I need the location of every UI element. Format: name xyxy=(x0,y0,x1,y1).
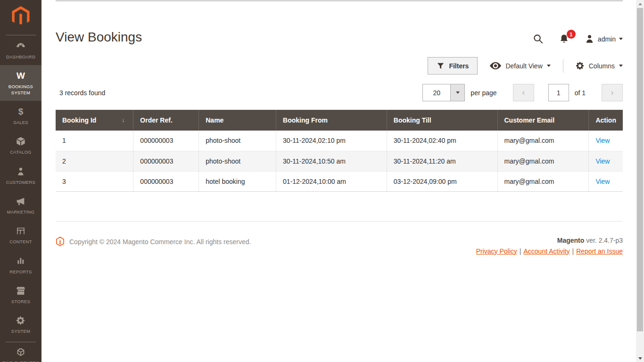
sidebar-item-label: BOOKINGS SYSTEM xyxy=(1,84,40,96)
sidebar-item-bookings-system[interactable]: W BOOKINGS SYSTEM xyxy=(0,65,41,101)
page-total: of 1 xyxy=(575,89,586,97)
bookings-table: Booking Id ↓ Order Ref. Name Booking Fro… xyxy=(56,110,623,192)
cell-booking-from: 01-12-2024,10:00 am xyxy=(276,171,387,191)
cell-booking-till: 03-12-2024,09:00 pm xyxy=(387,171,497,191)
admin-menu[interactable]: admin xyxy=(585,34,623,44)
sort-descending-icon: ↓ xyxy=(122,117,124,123)
report-issue-link[interactable]: Report an Issue xyxy=(576,247,623,255)
previous-page-button[interactable]: ‹ xyxy=(513,84,534,101)
per-page-select[interactable]: 20 xyxy=(422,84,465,101)
per-page-dropdown-button[interactable] xyxy=(450,84,464,101)
table-row: 2 000000003 photo-shoot 30-11-2024,10:50… xyxy=(56,151,623,171)
magento-footer-logo-icon xyxy=(56,237,65,247)
table-header-row: Booking Id ↓ Order Ref. Name Booking Fro… xyxy=(56,110,623,131)
column-header-action[interactable]: Action xyxy=(589,110,623,131)
cell-booking-from: 30-11-2024,02:10 pm xyxy=(276,131,387,151)
find-partners-icon xyxy=(16,347,26,357)
table-row: 1 000000003 photo-shoot 30-11-2024,02:10… xyxy=(56,131,623,151)
cell-booking-id: 1 xyxy=(56,131,133,151)
column-header-customer-email[interactable]: Customer Email xyxy=(497,110,589,131)
default-view-control[interactable]: Default View xyxy=(490,62,550,70)
search-icon[interactable] xyxy=(533,33,544,44)
sidebar-item-label: CONTENT xyxy=(9,239,32,245)
copyright-text: Copyright © 2024 Magento Commerce Inc. A… xyxy=(69,238,251,246)
sidebar-item-customers[interactable]: CUSTOMERS xyxy=(0,161,41,190)
cell-booking-from: 30-11-2024,10:50 am xyxy=(276,151,387,171)
scrollbar[interactable] xyxy=(636,0,644,362)
page-title: View Bookings xyxy=(56,30,142,45)
magento-logo[interactable] xyxy=(0,0,41,35)
chevron-down-icon xyxy=(619,65,623,67)
per-page-label: per page xyxy=(471,89,496,97)
gear-icon xyxy=(576,61,585,70)
sidebar-item-system[interactable]: SYSTEM xyxy=(0,310,41,339)
sidebar-item-find-partners[interactable]: FIND PARTNERS & EXTENSIONS xyxy=(0,342,41,362)
eye-icon xyxy=(490,62,501,70)
toolbar-divider xyxy=(563,59,563,73)
scrollbar-up-arrow[interactable] xyxy=(636,0,644,8)
system-icon xyxy=(16,315,25,326)
chevron-down-icon xyxy=(619,38,623,40)
sidebar-item-label: SALES xyxy=(13,120,28,125)
view-booking-link[interactable]: View xyxy=(595,157,610,165)
sidebar-item-sales[interactable]: $ SALES xyxy=(0,101,41,131)
user-icon xyxy=(585,34,594,44)
next-page-button[interactable]: › xyxy=(602,84,623,101)
filter-funnel-icon xyxy=(437,62,445,70)
view-booking-link[interactable]: View xyxy=(595,178,610,185)
column-header-order-ref[interactable]: Order Ref. xyxy=(133,110,199,131)
page-number-input[interactable] xyxy=(548,84,569,101)
notifications-bell-icon[interactable]: 1 xyxy=(559,33,570,44)
bookings-system-icon: W xyxy=(17,71,25,81)
marketing-icon xyxy=(16,196,26,206)
admin-username: admin xyxy=(598,35,616,43)
sidebar-item-label: CUSTOMERS xyxy=(6,180,35,185)
sidebar-item-stores[interactable]: STORES xyxy=(0,280,41,310)
account-activity-link[interactable]: Account Activity xyxy=(523,247,570,255)
link-separator: | xyxy=(520,247,521,255)
admin-footer: Copyright © 2024 Magento Commerce Inc. A… xyxy=(56,221,623,255)
column-header-booking-from[interactable]: Booking From xyxy=(276,110,387,131)
column-header-booking-id[interactable]: Booking Id ↓ xyxy=(56,110,133,131)
notification-badge: 1 xyxy=(567,30,576,39)
stores-icon xyxy=(16,286,26,296)
cell-booking-till: 30-11-2024,11:20 am xyxy=(387,151,497,171)
version-text: Magento ver. 2.4.7-p3 xyxy=(476,237,623,244)
sales-icon: $ xyxy=(18,107,24,117)
column-header-name[interactable]: Name xyxy=(199,110,276,131)
cell-customer-email: mary@gmal.com xyxy=(497,151,589,171)
content-icon xyxy=(16,226,25,236)
view-booking-link[interactable]: View xyxy=(595,137,610,144)
sidebar-item-marketing[interactable]: MARKETING xyxy=(0,190,41,220)
sidebar-item-label: DASHBOARD xyxy=(6,54,35,60)
column-header-booking-till[interactable]: Booking Till xyxy=(387,110,497,131)
sidebar-item-dashboard[interactable]: DASHBOARD xyxy=(0,35,41,65)
records-count: 3 records found xyxy=(56,89,105,97)
cell-name: photo-shoot xyxy=(199,151,276,171)
admin-sidebar: DASHBOARD W BOOKINGS SYSTEM $ SALES CATA… xyxy=(0,0,41,362)
columns-control[interactable]: Columns xyxy=(576,61,623,70)
customers-icon xyxy=(16,166,25,177)
scrollbar-thumb[interactable] xyxy=(637,8,643,331)
magento-logo-icon xyxy=(11,6,31,29)
cell-name: photo-shoot xyxy=(199,131,276,151)
filters-button[interactable]: Filters xyxy=(428,57,478,74)
chevron-down-icon xyxy=(547,65,551,67)
scrollbar-down-arrow[interactable] xyxy=(636,354,644,362)
sidebar-item-content[interactable]: CONTENT xyxy=(0,220,41,250)
cell-name: hotel booking xyxy=(199,171,276,191)
sidebar-item-label: REPORTS xyxy=(9,269,32,275)
sidebar-item-label: MARKETING xyxy=(7,209,34,215)
sidebar-item-catalog[interactable]: CATALOG xyxy=(0,131,41,160)
cell-booking-till: 30-11-2024,02:40 pm xyxy=(387,131,497,151)
sidebar-item-reports[interactable]: REPORTS xyxy=(0,250,41,280)
sidebar-item-label: SYSTEM xyxy=(11,329,30,334)
privacy-policy-link[interactable]: Privacy Policy xyxy=(476,247,517,255)
cell-customer-email: mary@gmal.com xyxy=(497,131,589,151)
table-row: 3 000000003 hotel booking 01-12-2024,10:… xyxy=(56,171,623,191)
top-divider xyxy=(56,0,623,1)
cell-order-ref: 000000003 xyxy=(133,151,199,171)
per-page-value: 20 xyxy=(423,84,450,101)
cell-order-ref: 000000003 xyxy=(133,131,199,151)
link-separator: | xyxy=(572,247,574,255)
